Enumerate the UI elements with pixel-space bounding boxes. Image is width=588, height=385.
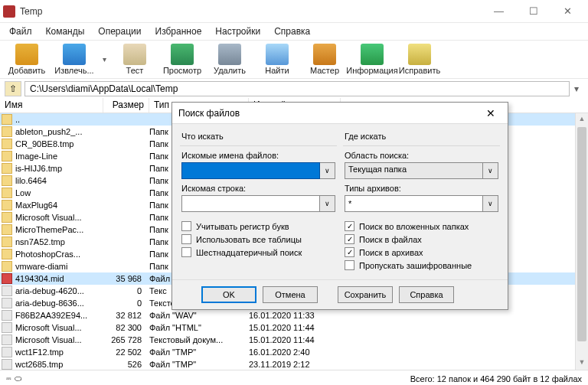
col-size[interactable]: Размер	[103, 98, 149, 113]
file-icon	[2, 200, 12, 210]
menu-file[interactable]: Файл	[3, 24, 38, 38]
toolbar-info-button[interactable]: Информация	[350, 44, 394, 75]
toolbar-find-button[interactable]: Найти	[255, 44, 299, 75]
arch-input[interactable]	[345, 195, 483, 212]
file-name: MicroThemePac...	[15, 225, 103, 234]
file-modified: 16.01.2020 2:40	[249, 347, 341, 357]
menubar: Файл Команды Операции Избранное Настройк…	[0, 23, 588, 40]
maximize-button[interactable]: ☐	[516, 1, 550, 22]
menu-commands[interactable]: Команды	[40, 24, 91, 38]
dialog-title: Поиск файлов	[178, 108, 480, 119]
arch-chk-label: Поиск в архивах	[359, 248, 423, 257]
file-icon	[2, 359, 12, 370]
minimize-button[interactable]: —	[482, 1, 516, 22]
file-name: Microsoft Visual...	[15, 335, 103, 344]
file-size: 32 812	[103, 311, 149, 320]
menu-favorites[interactable]: Избранное	[149, 24, 208, 38]
file-row[interactable]: Microsoft Visual...265 728Текстовый доку…	[0, 334, 588, 346]
close-button[interactable]: ✕	[550, 1, 585, 22]
file-icon	[2, 126, 12, 137]
what-group-label: Что искать	[181, 132, 335, 141]
nested-checkbox[interactable]: ✓	[345, 221, 354, 231]
file-icon	[2, 188, 12, 198]
file-icon	[2, 273, 12, 284]
toolbar-label: Извлечь...	[54, 66, 93, 75]
file-size: 526	[103, 360, 149, 369]
col-name[interactable]: Имя	[0, 98, 103, 113]
menu-help[interactable]: Справка	[268, 24, 316, 38]
file-name: 4194304.mid	[15, 274, 103, 283]
pathbar: ⇧ C:\Users\diami\AppData\Local\Temp ▾	[0, 78, 588, 98]
toolbar-test-button[interactable]: Тест	[113, 44, 157, 75]
names-input[interactable]	[181, 162, 320, 179]
vertical-scrollbar[interactable]: ▲ ▼	[575, 113, 588, 370]
file-row[interactable]: Microsoft Visual...82 300Файл "HTML"15.0…	[0, 321, 588, 334]
file-icon	[2, 114, 12, 125]
file-name: F86B2AA392E94...	[15, 311, 103, 320]
file-row[interactable]: F86B2AA392E94...32 812Файл "WAV"16.01.20…	[0, 309, 588, 321]
file-icon	[2, 298, 12, 308]
status-left: ⎓⬭	[6, 374, 37, 383]
file-name: Microsoft Visual...	[15, 213, 103, 222]
tables-label: Использовать все таблицы	[196, 235, 302, 244]
skip-checkbox[interactable]	[345, 260, 354, 270]
folder-up-button[interactable]: ⇧	[5, 81, 21, 96]
toolbar-fix-button[interactable]: Исправить	[397, 44, 442, 75]
ext-icon	[63, 44, 86, 65]
path-field[interactable]: C:\Users\diami\AppData\Local\Temp	[24, 81, 570, 96]
string-input[interactable]	[181, 195, 320, 212]
toolbar-add-button[interactable]: Добавить	[5, 44, 49, 75]
hex-checkbox[interactable]	[181, 247, 191, 257]
menu-settings[interactable]: Настройки	[209, 24, 266, 38]
file-size: 0	[103, 299, 149, 308]
files-checkbox[interactable]: ✓	[345, 234, 354, 244]
arch-dropdown-icon[interactable]: ∨	[483, 195, 498, 212]
tables-checkbox[interactable]	[181, 234, 191, 244]
path-dropdown-icon[interactable]: ▾	[570, 83, 583, 94]
toolbar-chevron-icon[interactable]: ▾	[103, 55, 106, 64]
area-dropdown-icon[interactable]: ∨	[483, 162, 498, 179]
save-button[interactable]: Сохранить	[338, 286, 393, 303]
cancel-button[interactable]: Отмена	[263, 286, 318, 303]
search-dialog: Поиск файлов ✕ Что искать Искомые имена …	[172, 102, 508, 310]
file-modified: 16.01.2020 11:33	[249, 311, 341, 320]
file-icon	[2, 322, 12, 333]
string-label: Искомая строка:	[181, 184, 335, 193]
toolbar-del-button[interactable]: Удалить	[207, 44, 252, 75]
window-titlebar: Temp — ☐ ✕	[0, 0, 588, 23]
wiz-icon	[313, 44, 336, 65]
ok-button[interactable]: OK	[201, 286, 256, 303]
file-row[interactable]: wct2685.tmp526Файл "TMP"23.11.2019 2:12	[0, 358, 588, 370]
toolbar-wiz-button[interactable]: Мастер	[302, 44, 347, 75]
statusbar: ⎓⬭ Всего: 12 папок и 464 290 байт в 12 ф…	[0, 370, 588, 385]
file-icon	[2, 285, 12, 296]
arch-checkbox[interactable]: ✓	[345, 247, 354, 257]
scroll-down-icon[interactable]: ▼	[576, 357, 588, 370]
files-label: Поиск в файлах	[359, 235, 422, 244]
toolbar-label: Найти	[265, 66, 289, 75]
file-icon	[2, 310, 12, 321]
scroll-thumb[interactable]	[577, 127, 586, 341]
file-icon	[2, 261, 12, 272]
names-dropdown-icon[interactable]: ∨	[320, 162, 335, 179]
case-checkbox[interactable]	[181, 221, 191, 231]
toolbar-label: Тест	[126, 66, 144, 75]
file-name: ..	[15, 115, 103, 124]
file-icon	[2, 347, 12, 357]
skip-label: Пропускать зашифрованные	[359, 261, 472, 270]
string-dropdown-icon[interactable]: ∨	[320, 195, 335, 212]
toolbar-ext-button[interactable]: Извлечь...	[52, 44, 96, 75]
del-icon	[218, 44, 241, 65]
area-select[interactable]: Текущая папка	[345, 162, 483, 179]
menu-operations[interactable]: Операции	[92, 24, 147, 38]
dialog-titlebar: Поиск файлов ✕	[172, 103, 508, 124]
toolbar-view-button[interactable]: Просмотр	[160, 44, 204, 75]
file-row[interactable]: wct1F12.tmp22 502Файл "TMP"16.01.2020 2:…	[0, 346, 588, 358]
hex-label: Шестнадцатеричный поиск	[196, 248, 302, 257]
help-button[interactable]: Справка	[399, 286, 454, 303]
file-name: lilo.6464	[15, 176, 103, 185]
dialog-close-button[interactable]: ✕	[480, 107, 501, 119]
file-type: Файл "TMP"	[149, 360, 249, 369]
file-name: wct2685.tmp	[15, 360, 103, 369]
scroll-up-icon[interactable]: ▲	[576, 113, 588, 126]
